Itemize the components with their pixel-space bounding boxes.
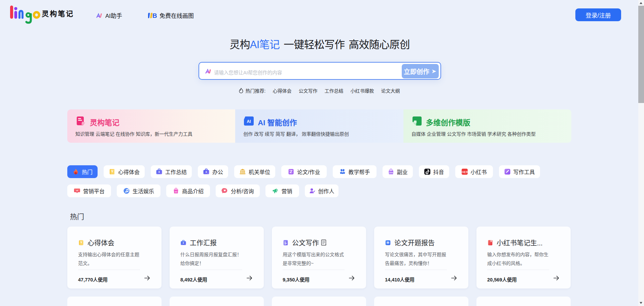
svg-text:oil: oil [76, 190, 78, 192]
svg-text:AI: AI [247, 119, 251, 124]
svg-text:B: B [152, 12, 157, 19]
svg-text:JOB: JOB [389, 172, 393, 174]
svg-text:小红书: 小红书 [461, 171, 468, 173]
